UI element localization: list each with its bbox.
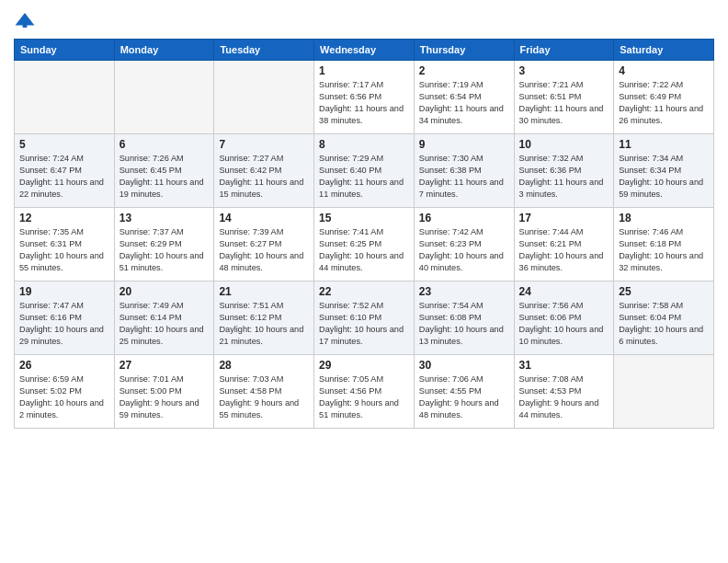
calendar-cell (614, 355, 714, 429)
calendar-cell: 4Sunrise: 7:22 AMSunset: 6:49 PMDaylight… (614, 61, 714, 134)
day-info: Sunrise: 7:51 AMSunset: 6:12 PMDaylight:… (219, 300, 309, 348)
day-info: Sunrise: 7:37 AMSunset: 6:29 PMDaylight:… (119, 226, 210, 274)
day-number: 23 (419, 285, 509, 298)
calendar-cell: 25Sunrise: 7:58 AMSunset: 6:04 PMDayligh… (614, 282, 714, 355)
day-info: Sunrise: 7:58 AMSunset: 6:04 PMDaylight:… (619, 300, 709, 348)
calendar-cell: 2Sunrise: 7:19 AMSunset: 6:54 PMDaylight… (414, 61, 514, 134)
day-number: 24 (519, 285, 609, 298)
calendar-cell (114, 61, 214, 134)
day-number: 20 (119, 285, 210, 298)
day-number: 8 (319, 138, 409, 151)
weekday-header: Friday (514, 40, 614, 61)
day-number: 22 (319, 285, 409, 298)
calendar-week-row: 19Sunrise: 7:47 AMSunset: 6:16 PMDayligh… (15, 282, 714, 355)
day-number: 13 (119, 212, 210, 224)
day-info: Sunrise: 7:08 AMSunset: 4:53 PMDaylight:… (519, 373, 609, 421)
calendar-cell: 9Sunrise: 7:30 AMSunset: 6:38 PMDaylight… (414, 134, 514, 208)
day-number: 9 (419, 138, 509, 151)
calendar-cell: 15Sunrise: 7:41 AMSunset: 6:25 PMDayligh… (314, 208, 415, 282)
day-number: 2 (419, 64, 509, 77)
day-number: 30 (419, 359, 509, 372)
day-info: Sunrise: 6:59 AMSunset: 5:02 PMDaylight:… (19, 373, 109, 421)
calendar-cell: 16Sunrise: 7:42 AMSunset: 6:23 PMDayligh… (414, 208, 514, 282)
day-number: 5 (19, 138, 109, 151)
calendar-cell: 23Sunrise: 7:54 AMSunset: 6:08 PMDayligh… (414, 282, 514, 355)
day-number: 11 (619, 138, 709, 151)
calendar-cell: 19Sunrise: 7:47 AMSunset: 6:16 PMDayligh… (15, 282, 115, 355)
calendar-week-row: 5Sunrise: 7:24 AMSunset: 6:47 PMDaylight… (15, 134, 714, 208)
day-number: 25 (619, 285, 709, 298)
day-info: Sunrise: 7:21 AMSunset: 6:51 PMDaylight:… (519, 79, 609, 127)
day-info: Sunrise: 7:56 AMSunset: 6:06 PMDaylight:… (519, 300, 609, 348)
day-info: Sunrise: 7:34 AMSunset: 6:34 PMDaylight:… (619, 153, 709, 201)
calendar-header-row: SundayMondayTuesdayWednesdayThursdayFrid… (15, 40, 714, 61)
day-number: 26 (19, 359, 109, 372)
calendar-cell: 29Sunrise: 7:05 AMSunset: 4:56 PMDayligh… (314, 355, 415, 429)
weekday-header: Monday (114, 40, 214, 61)
day-number: 12 (19, 212, 109, 224)
calendar-cell: 7Sunrise: 7:27 AMSunset: 6:42 PMDaylight… (214, 134, 314, 208)
calendar: SundayMondayTuesdayWednesdayThursdayFrid… (14, 39, 714, 429)
day-info: Sunrise: 7:49 AMSunset: 6:14 PMDaylight:… (119, 300, 210, 348)
calendar-week-row: 12Sunrise: 7:35 AMSunset: 6:31 PMDayligh… (15, 208, 714, 282)
calendar-week-row: 1Sunrise: 7:17 AMSunset: 6:56 PMDaylight… (15, 61, 714, 134)
day-info: Sunrise: 7:29 AMSunset: 6:40 PMDaylight:… (319, 153, 409, 201)
calendar-cell: 5Sunrise: 7:24 AMSunset: 6:47 PMDaylight… (15, 134, 115, 208)
svg-rect-1 (23, 22, 28, 28)
weekday-header: Thursday (414, 40, 514, 61)
day-info: Sunrise: 7:30 AMSunset: 6:38 PMDaylight:… (419, 153, 509, 201)
day-info: Sunrise: 7:22 AMSunset: 6:49 PMDaylight:… (619, 79, 709, 127)
weekday-header: Saturday (614, 40, 714, 61)
day-number: 10 (519, 138, 609, 151)
day-number: 27 (119, 359, 210, 372)
calendar-cell: 31Sunrise: 7:08 AMSunset: 4:53 PMDayligh… (514, 355, 614, 429)
day-number: 15 (319, 212, 409, 224)
day-info: Sunrise: 7:06 AMSunset: 4:55 PMDaylight:… (419, 373, 509, 421)
day-info: Sunrise: 7:01 AMSunset: 5:00 PMDaylight:… (119, 373, 210, 421)
day-info: Sunrise: 7:46 AMSunset: 6:18 PMDaylight:… (619, 226, 709, 274)
calendar-cell: 12Sunrise: 7:35 AMSunset: 6:31 PMDayligh… (15, 208, 115, 282)
weekday-header: Sunday (15, 40, 115, 61)
day-number: 14 (219, 212, 309, 224)
day-info: Sunrise: 7:26 AMSunset: 6:45 PMDaylight:… (119, 153, 210, 201)
calendar-cell: 26Sunrise: 6:59 AMSunset: 5:02 PMDayligh… (15, 355, 115, 429)
day-number: 17 (519, 212, 609, 224)
weekday-header: Tuesday (214, 40, 314, 61)
day-number: 6 (119, 138, 210, 151)
calendar-cell: 27Sunrise: 7:01 AMSunset: 5:00 PMDayligh… (114, 355, 214, 429)
day-number: 31 (519, 359, 609, 372)
calendar-cell: 18Sunrise: 7:46 AMSunset: 6:18 PMDayligh… (614, 208, 714, 282)
day-number: 1 (319, 64, 409, 77)
day-number: 19 (19, 285, 109, 298)
calendar-cell: 24Sunrise: 7:56 AMSunset: 6:06 PMDayligh… (514, 282, 614, 355)
day-info: Sunrise: 7:03 AMSunset: 4:58 PMDaylight:… (219, 373, 309, 421)
calendar-cell: 1Sunrise: 7:17 AMSunset: 6:56 PMDaylight… (314, 61, 415, 134)
day-number: 7 (219, 138, 309, 151)
calendar-cell: 13Sunrise: 7:37 AMSunset: 6:29 PMDayligh… (114, 208, 214, 282)
day-info: Sunrise: 7:35 AMSunset: 6:31 PMDaylight:… (19, 226, 109, 274)
header (14, 9, 714, 31)
logo (14, 9, 40, 31)
calendar-cell: 6Sunrise: 7:26 AMSunset: 6:45 PMDaylight… (114, 134, 214, 208)
day-info: Sunrise: 7:44 AMSunset: 6:21 PMDaylight:… (519, 226, 609, 274)
day-info: Sunrise: 7:47 AMSunset: 6:16 PMDaylight:… (19, 300, 109, 348)
page: SundayMondayTuesdayWednesdayThursdayFrid… (0, 0, 728, 563)
day-number: 28 (219, 359, 309, 372)
day-number: 3 (519, 64, 609, 77)
calendar-cell: 28Sunrise: 7:03 AMSunset: 4:58 PMDayligh… (214, 355, 314, 429)
day-info: Sunrise: 7:41 AMSunset: 6:25 PMDaylight:… (319, 226, 409, 274)
calendar-cell: 11Sunrise: 7:34 AMSunset: 6:34 PMDayligh… (614, 134, 714, 208)
logo-icon (14, 9, 36, 31)
day-info: Sunrise: 7:42 AMSunset: 6:23 PMDaylight:… (419, 226, 509, 274)
day-info: Sunrise: 7:54 AMSunset: 6:08 PMDaylight:… (419, 300, 509, 348)
calendar-cell: 17Sunrise: 7:44 AMSunset: 6:21 PMDayligh… (514, 208, 614, 282)
day-number: 21 (219, 285, 309, 298)
day-info: Sunrise: 7:17 AMSunset: 6:56 PMDaylight:… (319, 79, 409, 127)
calendar-cell (214, 61, 314, 134)
day-number: 18 (619, 212, 709, 224)
calendar-cell: 3Sunrise: 7:21 AMSunset: 6:51 PMDaylight… (514, 61, 614, 134)
calendar-cell: 10Sunrise: 7:32 AMSunset: 6:36 PMDayligh… (514, 134, 614, 208)
day-info: Sunrise: 7:05 AMSunset: 4:56 PMDaylight:… (319, 373, 409, 421)
calendar-cell: 30Sunrise: 7:06 AMSunset: 4:55 PMDayligh… (414, 355, 514, 429)
calendar-cell: 20Sunrise: 7:49 AMSunset: 6:14 PMDayligh… (114, 282, 214, 355)
